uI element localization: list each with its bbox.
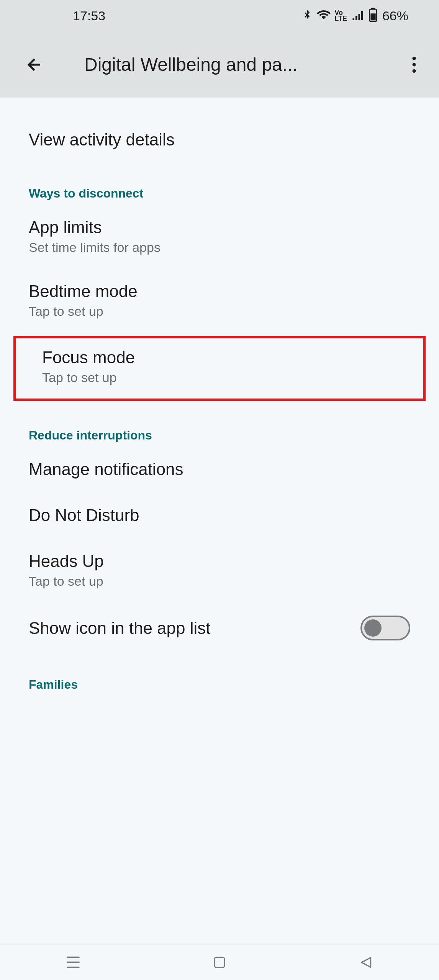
show-icon-toggle[interactable] [360, 616, 410, 640]
more-vertical-icon [412, 57, 416, 73]
menu-item-title: App limits [29, 218, 410, 237]
menu-item-subtitle: Set time limits for apps [29, 240, 410, 255]
focus-mode-item[interactable]: Focus mode Tap to set up [13, 336, 426, 401]
square-icon [213, 956, 226, 969]
menu-item-title: Bedtime mode [29, 282, 410, 301]
bluetooth-icon [301, 8, 313, 23]
arrow-left-icon [25, 55, 44, 74]
signal-icon [351, 8, 365, 23]
menu-item-subtitle: Tap to set up [42, 370, 397, 385]
menu-item-title: Do Not Disturb [29, 506, 410, 525]
content: View activity details Ways to disconnect… [0, 98, 439, 944]
app-limits-item[interactable]: App limits Set time limits for apps [0, 204, 439, 268]
heads-up-item[interactable]: Heads Up Tap to set up [0, 538, 439, 602]
svg-point-3 [413, 57, 416, 60]
volte-icon: VoLTE [334, 10, 347, 22]
svg-rect-1 [372, 8, 375, 9]
menu-item-title: View activity details [29, 130, 410, 149]
show-icon-item[interactable]: Show icon in the app list [0, 602, 439, 654]
menu-item-title: Show icon in the app list [29, 619, 211, 638]
svg-rect-2 [370, 13, 375, 20]
view-activity-details-item[interactable]: View activity details [0, 117, 439, 163]
menu-item-subtitle: Tap to set up [29, 574, 410, 589]
bedtime-mode-item[interactable]: Bedtime mode Tap to set up [0, 268, 439, 332]
status-icons: VoLTE 66% [301, 8, 408, 24]
section-header-interruptions: Reduce interruptions [0, 405, 439, 446]
wifi-icon [317, 8, 331, 23]
status-bar: 17:53 VoLTE 66% [0, 0, 439, 31]
menu-icon [66, 956, 81, 969]
menu-item-subtitle: Tap to set up [29, 304, 410, 319]
more-options-button[interactable] [405, 53, 424, 76]
triangle-left-icon [359, 955, 373, 970]
menu-item-title: Focus mode [42, 348, 397, 367]
section-header-families: Families [0, 654, 439, 696]
svg-rect-9 [215, 957, 225, 967]
navigation-bar [0, 944, 439, 980]
back-button[interactable] [23, 53, 46, 76]
toggle-knob [364, 619, 382, 637]
menu-item-title: Heads Up [29, 552, 410, 571]
app-bar: Digital Wellbeing and pa... [0, 31, 439, 98]
battery-icon [369, 8, 378, 24]
nav-back-button[interactable] [355, 952, 377, 973]
svg-point-4 [413, 63, 416, 66]
menu-item-title: Manage notifications [29, 460, 410, 479]
do-not-disturb-item[interactable]: Do Not Disturb [0, 492, 439, 538]
status-time: 17:53 [73, 8, 105, 23]
svg-point-5 [413, 69, 416, 73]
page-title: Digital Wellbeing and pa... [84, 54, 405, 75]
manage-notifications-item[interactable]: Manage notifications [0, 446, 439, 492]
battery-percentage: 66% [382, 8, 408, 23]
section-header-disconnect: Ways to disconnect [0, 163, 439, 204]
nav-recents-button[interactable] [63, 952, 84, 973]
nav-home-button[interactable] [209, 952, 230, 973]
